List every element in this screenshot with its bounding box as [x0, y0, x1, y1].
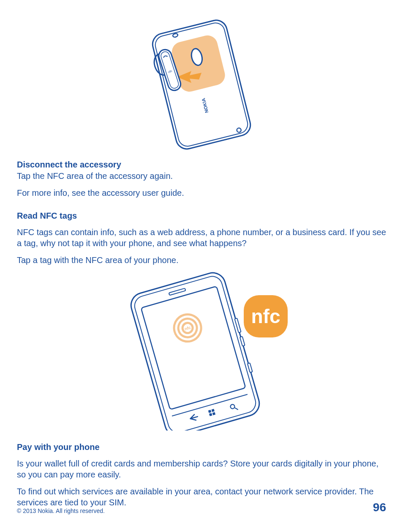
nfc-tag-illustration-icon: nfc nfc — [104, 270, 299, 431]
text-pay-para1: Is your wallet full of credit cards and … — [17, 458, 386, 480]
text-disconnect-line1: Tap the NFC area of the accessory again. — [17, 170, 386, 181]
page-number: 96 — [373, 501, 386, 514]
page-footer: © 2013 Nokia. All rights reserved. 96 — [17, 501, 386, 514]
document-page: NOKIA nfc Disconnect the accessory Tap t… — [0, 0, 403, 532]
figure-nfc-tag: nfc nfc — [17, 270, 386, 431]
heading-disconnect-accessory: Disconnect the accessory — [17, 160, 386, 170]
figure-nfc-accessory: NOKIA nfc — [17, 17, 386, 152]
copyright-text: © 2013 Nokia. All rights reserved. — [17, 507, 105, 514]
text-read-nfc-para1: NFC tags can contain info, such as a web… — [17, 227, 386, 249]
nfc-accessory-illustration-icon: NOKIA nfc — [125, 17, 278, 152]
nfc-badge-label: nfc — [251, 305, 280, 327]
text-read-nfc-para2: Tap a tag with the NFC area of your phon… — [17, 255, 386, 266]
text-disconnect-line2: For more info, see the accessory user gu… — [17, 187, 386, 198]
heading-read-nfc-tags: Read NFC tags — [17, 211, 386, 221]
heading-pay-with-phone: Pay with your phone — [17, 442, 386, 452]
